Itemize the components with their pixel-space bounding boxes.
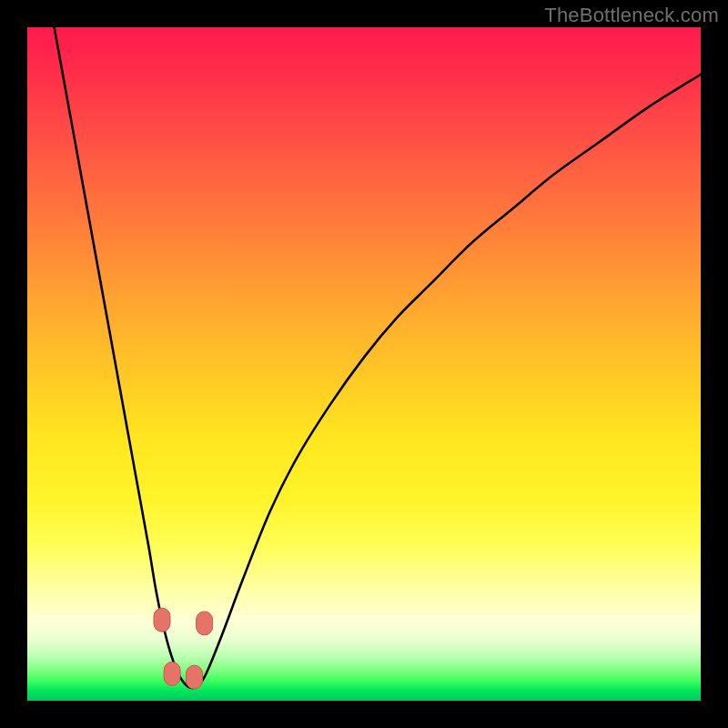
curve-marker (197, 612, 213, 635)
chart-svg (27, 27, 701, 701)
watermark-text: TheBottleneck.com (544, 4, 719, 27)
curve-marker (154, 608, 170, 632)
chart-plot-area (27, 27, 701, 701)
curve-marker (187, 665, 203, 689)
chart-frame: TheBottleneck.com (0, 0, 728, 728)
bottleneck-curve (55, 27, 701, 688)
curve-marker (164, 662, 180, 685)
